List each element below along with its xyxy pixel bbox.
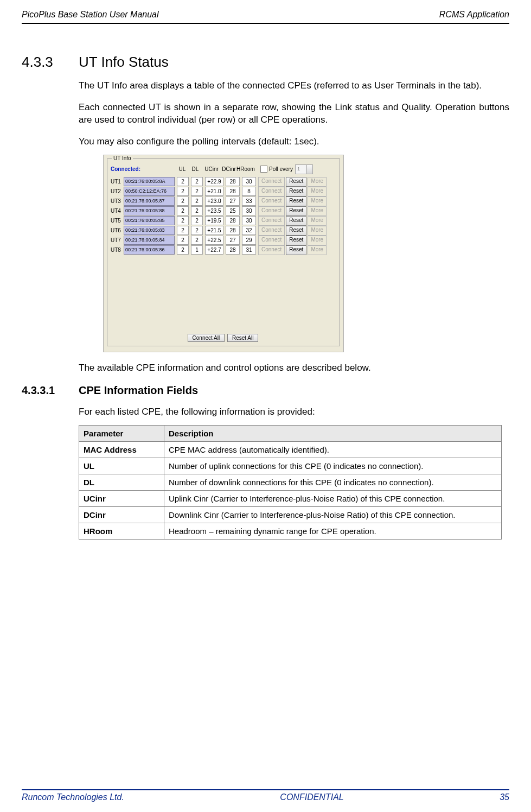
more-button[interactable]: More (308, 245, 327, 255)
hroom-value: 32 (242, 226, 256, 235)
reset-button[interactable]: Reset (286, 216, 306, 226)
connect-button[interactable]: Connect (258, 206, 285, 216)
dl-value: 2 (191, 206, 203, 215)
ut-info-figure: UT Info Connected: UL DL UCinr DCinr HRo… (103, 155, 344, 352)
connect-button[interactable]: Connect (258, 187, 285, 196)
more-button[interactable]: More (308, 206, 327, 216)
ul-value: 2 (177, 206, 189, 215)
connect-button[interactable]: Connect (258, 245, 285, 255)
reset-button[interactable]: Reset (286, 226, 306, 236)
reset-button[interactable]: Reset (286, 206, 306, 216)
ut-row: UT100:21:76:00:05:8A22+22.92830ConnectRe… (111, 177, 336, 186)
page-header: PicoPlus Base Station User Manual RCMS A… (22, 10, 509, 22)
mac-field[interactable]: 00:21:76:00:05:87 (124, 196, 175, 206)
col-ucinr: UCinr (202, 166, 221, 172)
more-button[interactable]: More (308, 226, 327, 236)
hroom-value: 8 (242, 187, 256, 196)
ul-value: 2 (177, 196, 189, 206)
mac-field[interactable]: 00:21:76:00:05:84 (124, 236, 175, 245)
more-button[interactable]: More (308, 236, 327, 245)
ut-row: UT400:21:76:00:05:8822+23.52530ConnectRe… (111, 207, 336, 215)
col-dl: DL (189, 166, 202, 172)
ucinr-value: +22.9 (205, 177, 223, 186)
connected-label: Connected: (111, 166, 163, 172)
param-name: UL (79, 458, 164, 474)
paragraph: The UT Info area displays a table of the… (79, 80, 509, 92)
paragraph: You may also configure the polling inter… (79, 136, 509, 148)
ut-row: UT300:21:76:00:05:8722+23.02733ConnectRe… (111, 197, 336, 206)
hroom-value: 33 (242, 196, 256, 206)
ut-id: UT1 (111, 179, 124, 185)
reset-all-button[interactable]: Reset All (227, 334, 258, 342)
more-button[interactable]: More (308, 177, 327, 187)
dl-value: 2 (191, 226, 203, 235)
ucinr-value: +23.0 (205, 196, 223, 206)
reset-button[interactable]: Reset (286, 187, 306, 196)
dl-value: 2 (191, 177, 203, 186)
ut-id: UT7 (111, 237, 124, 243)
footer-right: 35 (500, 792, 509, 802)
param-desc: CPE MAC address (automatically identifie… (164, 441, 502, 458)
connect-button[interactable]: Connect (258, 226, 285, 236)
ut-id: UT2 (111, 188, 124, 194)
poll-checkbox[interactable] (260, 166, 267, 173)
ul-value: 2 (177, 187, 189, 196)
poll-spinner[interactable]: 1 (295, 164, 313, 174)
reset-button[interactable]: Reset (286, 245, 306, 255)
table-row: MAC Address CPE MAC address (automatical… (79, 441, 502, 458)
hroom-value: 30 (242, 177, 256, 186)
connect-button[interactable]: Connect (258, 216, 285, 226)
ut-row: UT700:21:76:00:05:8422+22.52729ConnectRe… (111, 236, 336, 245)
connect-all-button[interactable]: Connect All (188, 334, 225, 342)
poll-label: Poll every (269, 166, 293, 172)
dl-value: 2 (191, 196, 203, 206)
more-button[interactable]: More (308, 187, 327, 196)
more-button[interactable]: More (308, 216, 327, 226)
hroom-value: 30 (242, 216, 256, 225)
param-desc: Headroom – remaining dynamic range for C… (164, 523, 502, 539)
mac-field[interactable]: 00:21:76:00:05:88 (124, 206, 175, 215)
ul-value: 2 (177, 226, 189, 235)
subsection-number: 4.3.3.1 (22, 384, 79, 397)
dl-value: 2 (191, 187, 203, 196)
reset-button[interactable]: Reset (286, 236, 306, 245)
paragraph: Each connected UT is shown in a separate… (79, 101, 509, 126)
ut-row: UT200:50:C2:12:EA:7622+21.0288ConnectRes… (111, 187, 336, 196)
paragraph: The available CPE information and contro… (79, 362, 509, 375)
reset-button[interactable]: Reset (286, 196, 306, 206)
connect-button[interactable]: Connect (258, 177, 285, 187)
dl-value: 2 (191, 236, 203, 245)
connect-button[interactable]: Connect (258, 196, 285, 206)
param-desc: Downlink Cinr (Carrier to Interference-p… (164, 506, 502, 523)
more-button[interactable]: More (308, 196, 327, 206)
ucinr-value: +22.7 (205, 245, 223, 255)
section-title: UT Info Status (79, 54, 169, 71)
dl-value: 1 (191, 245, 203, 255)
param-name: UCinr (79, 490, 164, 506)
header-left: PicoPlus Base Station User Manual (22, 10, 159, 20)
param-desc: Number of downlink connections for this … (164, 474, 502, 490)
param-desc: Uplink Cinr (Carrier to Interference-plu… (164, 490, 502, 506)
mac-field[interactable]: 00:21:76:00:05:85 (124, 216, 175, 225)
paragraph: For each listed CPE, the following infor… (79, 406, 509, 418)
ul-value: 2 (177, 216, 189, 225)
mac-field[interactable]: 00:21:76:00:05:86 (124, 245, 175, 255)
mac-field[interactable]: 00:21:76:00:05:8A (124, 177, 175, 186)
mac-field[interactable]: 00:50:C2:12:EA:76 (124, 187, 175, 196)
mac-field[interactable]: 00:21:76:00:05:83 (124, 226, 175, 235)
hroom-value: 30 (242, 206, 256, 215)
ucinr-value: +21.0 (205, 187, 223, 196)
param-name: HRoom (79, 523, 164, 539)
dcinr-value: 27 (226, 196, 240, 206)
header-rule (22, 23, 509, 24)
connect-button[interactable]: Connect (258, 236, 285, 245)
footer-left: Runcom Technologies Ltd. (22, 792, 124, 802)
bottom-button-bar: Connect All Reset All (107, 334, 340, 342)
ucinr-value: +19.5 (205, 216, 223, 225)
reset-button[interactable]: Reset (286, 177, 306, 187)
param-name: DCinr (79, 506, 164, 523)
section-number: 4.3.3 (22, 54, 79, 71)
dcinr-value: 28 (226, 177, 240, 186)
section-heading: 4.3.3 UT Info Status (22, 54, 509, 71)
hroom-value: 29 (242, 236, 256, 245)
